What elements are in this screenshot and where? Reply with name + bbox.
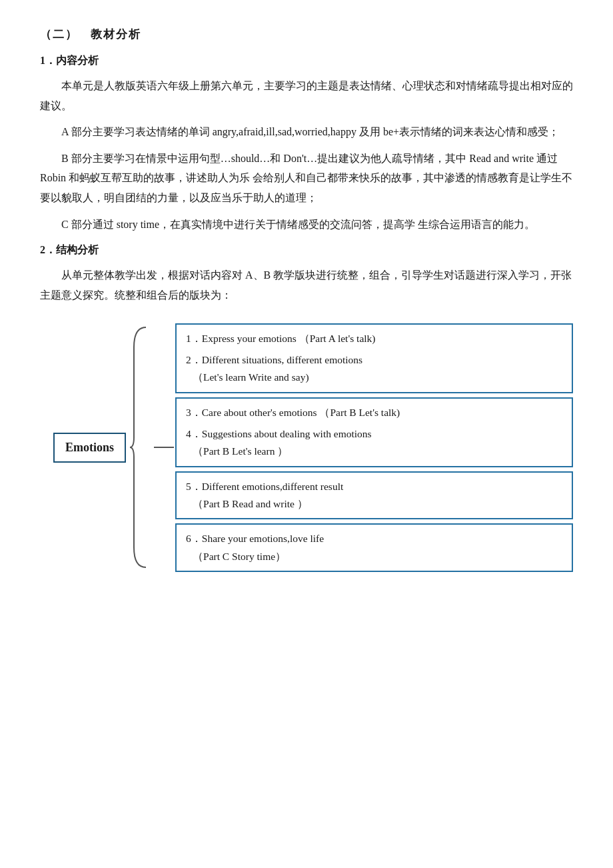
- sub-heading-2: 2．结构分析: [40, 243, 573, 257]
- item-1: 1．Express your emotions （Part A let's ta…: [186, 330, 562, 347]
- item-2-line2: （Let's learn Write and say): [186, 369, 562, 386]
- item-6-line2: （Part C Story time）: [186, 548, 562, 565]
- dash-connector: [154, 447, 174, 448]
- diagram-area: Emotions 1．Express your emotions （Part A…: [40, 321, 573, 574]
- group-box-2: 3．Care about other's emotions （Part B Le…: [175, 397, 573, 467]
- sub-heading-1: 1．内容分析: [40, 54, 573, 68]
- paragraph-2: A 部分主要学习表达情绪的单词 angry,afraid,ill,sad,wor…: [40, 122, 573, 142]
- group-box-1: 1．Express your emotions （Part A let's ta…: [175, 323, 573, 393]
- item-4-line2: （Part B Let's learn ）: [186, 443, 562, 460]
- item-5-line1: 5．Different emotions,different result: [186, 478, 562, 495]
- item-6-line1: 6．Share your emotions,love life: [186, 530, 562, 547]
- paragraph-3: B 部分主要学习在情景中运用句型…should…和 Don't…提出建议为他人疏…: [40, 149, 573, 208]
- group-box-4: 6．Share your emotions,love life （Part C …: [175, 523, 573, 572]
- brace-connector: [127, 321, 151, 574]
- paragraph-5: 从单元整体教学出发，根据对话内容对 A、B 教学版块进行统整，组合，引导学生对话…: [40, 265, 573, 305]
- paragraph-4: C 部分通过 story time，在真实情境中进行关于情绪感受的交流问答，提高…: [40, 215, 573, 235]
- group-box-3: 5．Different emotions,different result （P…: [175, 471, 573, 520]
- item-5-line2: （Part B Read and write ）: [186, 495, 562, 513]
- item-4-line1: 4．Suggestions about dealing with emotion…: [186, 425, 562, 443]
- section-heading: （二） 教材分析: [40, 27, 573, 42]
- item-3: 3．Care about other's emotions （Part B Le…: [186, 404, 562, 421]
- emotions-box: Emotions: [53, 433, 126, 463]
- items-column: 1．Express your emotions （Part A let's ta…: [175, 323, 573, 572]
- item-2-line1: 2．Different situations, different emotio…: [186, 351, 562, 369]
- paragraph-1: 本单元是人教版英语六年级上册第六单元，主要学习的主题是表达情绪、心理状态和对情绪…: [40, 76, 573, 115]
